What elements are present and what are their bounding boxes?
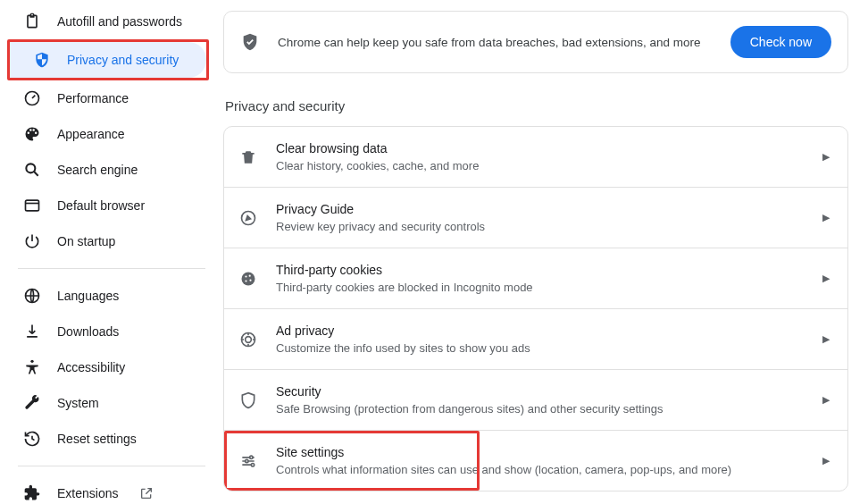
row-title: Site settings — [276, 445, 805, 459]
sidebar-item-extensions[interactable]: Extensions — [0, 475, 209, 504]
sidebar-item-label: Privacy and security — [67, 53, 179, 67]
globe-icon — [23, 287, 41, 305]
svg-point-10 — [245, 280, 246, 281]
shield-icon — [33, 51, 51, 69]
chevron-right-icon: ▶ — [822, 212, 830, 223]
svg-point-13 — [250, 456, 253, 458]
sidebar-item-search-engine[interactable]: Search engine — [0, 152, 209, 188]
speedometer-icon — [23, 89, 41, 107]
svg-rect-2 — [26, 200, 39, 211]
sidebar-item-autofill[interactable]: Autofill and passwords — [0, 4, 209, 39]
shield-icon — [238, 391, 258, 410]
row-title: Ad privacy — [276, 323, 805, 338]
sidebar-item-label: Accessibility — [57, 360, 125, 374]
sidebar-item-label: On startup — [57, 234, 115, 248]
sidebar-item-accessibility[interactable]: Accessibility — [0, 349, 209, 385]
row-body: Site settings Controls what information … — [276, 445, 805, 476]
sidebar-item-label: Downloads — [57, 324, 119, 339]
svg-point-8 — [249, 274, 251, 276]
power-icon — [23, 232, 41, 250]
browser-icon — [23, 197, 41, 214]
svg-point-1 — [26, 164, 35, 172]
sidebar-item-privacy-security[interactable]: Privacy and security — [10, 42, 206, 78]
svg-point-6 — [242, 272, 255, 285]
svg-point-9 — [249, 279, 251, 281]
row-body: Clear browsing data Clear history, cooki… — [276, 141, 805, 172]
trash-icon — [238, 147, 258, 167]
row-ad-privacy[interactable]: Ad privacy Customize the info used by si… — [224, 309, 847, 370]
svg-point-12 — [246, 336, 252, 342]
row-third-party-cookies[interactable]: Third-party cookies Third-party cookies … — [224, 248, 847, 309]
check-now-button[interactable]: Check now — [730, 26, 831, 58]
sidebar-item-downloads[interactable]: Downloads — [0, 314, 209, 349]
row-title: Clear browsing data — [276, 141, 805, 155]
palette-icon — [23, 125, 41, 143]
highlight-box-privacy: Privacy and security — [7, 39, 209, 80]
row-body: Third-party cookies Third-party cookies … — [276, 263, 805, 294]
banner-text: Chrome can help keep you safe from data … — [278, 36, 713, 49]
row-sub: Clear history, cookies, cache, and more — [276, 159, 805, 172]
section-title: Privacy and security — [223, 98, 848, 113]
divider — [18, 466, 205, 466]
row-body: Privacy Guide Review key privacy and sec… — [276, 202, 805, 233]
cookie-icon — [238, 269, 258, 289]
wrench-icon — [23, 394, 41, 412]
svg-point-4 — [30, 360, 33, 363]
restore-icon — [23, 430, 41, 448]
svg-point-14 — [246, 459, 248, 462]
chevron-right-icon: ▶ — [822, 151, 830, 163]
sliders-icon — [238, 451, 258, 471]
ads-icon — [238, 330, 258, 349]
sidebar-item-label: Appearance — [57, 127, 125, 141]
divider — [18, 268, 205, 269]
row-site-settings[interactable]: Site settings Controls what information … — [224, 431, 847, 491]
sidebar-item-label: System — [57, 396, 99, 410]
sidebar-item-default-browser[interactable]: Default browser — [0, 188, 209, 223]
chevron-right-icon: ▶ — [822, 273, 830, 284]
sidebar-item-label: Performance — [57, 91, 129, 105]
row-title: Privacy Guide — [276, 202, 805, 216]
row-title: Third-party cookies — [276, 263, 805, 277]
sidebar-item-label: Autofill and passwords — [57, 14, 182, 29]
row-sub: Customize the info used by sites to show… — [276, 341, 805, 355]
row-clear-browsing-data[interactable]: Clear browsing data Clear history, cooki… — [224, 127, 847, 188]
sidebar-item-label: Extensions — [57, 486, 118, 500]
row-sub: Safe Browsing (protection from dangerous… — [276, 402, 805, 416]
privacy-card: Clear browsing data Clear history, cooki… — [223, 126, 848, 491]
svg-point-7 — [245, 275, 246, 277]
search-icon — [23, 161, 41, 179]
sidebar-item-label: Languages — [57, 289, 119, 303]
sidebar-item-label: Search engine — [57, 163, 138, 177]
main-content: Chrome can help keep you safe from data … — [223, 0, 868, 504]
sidebar-item-performance[interactable]: Performance — [0, 80, 209, 116]
settings-sidebar: Autofill and passwords Privacy and secur… — [0, 0, 223, 504]
sidebar-item-label: Default browser — [57, 198, 145, 213]
svg-point-15 — [251, 463, 254, 466]
row-body: Ad privacy Customize the info used by si… — [276, 323, 805, 355]
sidebar-item-reset-settings[interactable]: Reset settings — [0, 421, 209, 457]
external-link-icon — [139, 486, 154, 500]
safety-check-banner: Chrome can help keep you safe from data … — [223, 11, 848, 73]
row-privacy-guide[interactable]: Privacy Guide Review key privacy and sec… — [224, 188, 847, 248]
puzzle-icon — [23, 484, 41, 502]
shield-check-icon — [240, 32, 260, 52]
sidebar-item-languages[interactable]: Languages — [0, 278, 209, 314]
row-security[interactable]: Security Safe Browsing (protection from … — [224, 370, 847, 431]
clipboard-icon — [23, 13, 41, 30]
row-sub: Controls what information sites can use … — [276, 463, 805, 476]
sidebar-item-system[interactable]: System — [0, 385, 209, 421]
chevron-right-icon: ▶ — [822, 333, 830, 345]
compass-icon — [238, 208, 258, 228]
download-icon — [23, 323, 41, 340]
chevron-right-icon: ▶ — [822, 394, 830, 406]
row-title: Security — [276, 384, 805, 399]
row-sub: Third-party cookies are blocked in Incog… — [276, 281, 805, 294]
sidebar-item-appearance[interactable]: Appearance — [0, 116, 209, 152]
row-sub: Review key privacy and security controls — [276, 220, 805, 233]
sidebar-item-label: Reset settings — [57, 432, 137, 446]
accessibility-icon — [23, 358, 41, 376]
chevron-right-icon: ▶ — [822, 455, 830, 466]
row-body: Security Safe Browsing (protection from … — [276, 384, 805, 416]
sidebar-item-on-startup[interactable]: On startup — [0, 223, 209, 259]
